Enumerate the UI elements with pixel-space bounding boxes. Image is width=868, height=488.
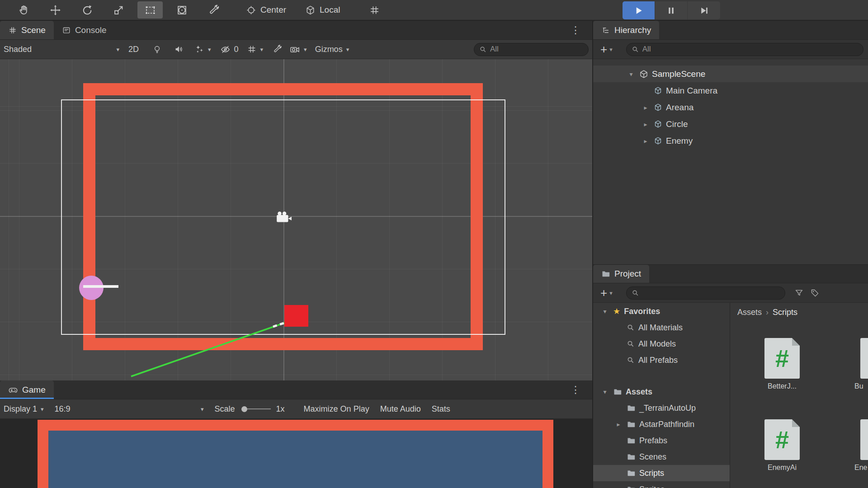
tab-hierarchy[interactable]: Hierarchy	[593, 21, 659, 39]
expand-arrow-icon[interactable]: ▸	[641, 137, 650, 145]
plus-icon: +	[600, 287, 607, 299]
move-tool-button[interactable]	[42, 1, 68, 19]
file-tile-partial-1[interactable]: # Bu	[850, 338, 868, 390]
game-panel-menu-icon[interactable]: ⋮	[568, 380, 583, 399]
breadcrumb-separator-icon: ›	[766, 308, 769, 317]
maximize-on-play-toggle[interactable]: Maximize On Play	[304, 402, 369, 416]
camera-settings-dropdown[interactable]: ▾	[289, 42, 307, 56]
rotate-tool-button[interactable]	[74, 1, 99, 19]
unity-editor-window: Center Local Scene	[0, 0, 868, 488]
favorites-label: Favorites	[624, 307, 660, 316]
hierarchy-row-areana[interactable]: ▸ Areana	[593, 99, 868, 116]
hierarchy-search-input[interactable]: All	[626, 43, 863, 56]
assets-label: Assets	[626, 387, 652, 397]
project-row-scenes[interactable]: Scenes	[593, 449, 730, 465]
breadcrumb-root[interactable]: Assets	[737, 308, 762, 317]
rect-tool-button[interactable]	[137, 1, 163, 19]
chevron-down-icon: ▾	[304, 46, 307, 53]
project-search-input[interactable]	[626, 286, 785, 300]
favorites-star-icon: ★	[613, 306, 620, 316]
chevron-down-icon: ▾	[346, 46, 349, 53]
mute-audio-toggle[interactable]: Mute Audio	[380, 402, 421, 416]
file-tile-partial-2[interactable]: # Ene	[850, 419, 868, 472]
project-row-assets-root[interactable]: ▾ Assets	[593, 384, 730, 400]
breadcrumb-current[interactable]: Scripts	[773, 308, 797, 317]
2d-toggle-button[interactable]: 2D	[128, 42, 139, 56]
project-row-sprites[interactable]: Sprites	[593, 481, 730, 488]
tab-game-label: Game	[22, 385, 46, 395]
scene-search-input[interactable]: All	[474, 43, 589, 56]
tab-scene[interactable]: Scene	[0, 21, 54, 39]
scale-slider-knob[interactable]	[241, 406, 247, 412]
expand-arrow-icon[interactable]: ▸	[641, 121, 650, 128]
component-tools-button[interactable]	[272, 42, 282, 56]
scale-slider[interactable]	[241, 406, 271, 412]
scene-view-toolbar: Shaded ▾ 2D ▾ 0 ▾	[0, 40, 592, 59]
project-row-all-models[interactable]: All Models	[593, 336, 730, 352]
step-button[interactable]	[688, 1, 720, 19]
project-create-button[interactable]: + ▾	[597, 287, 616, 299]
grid-visibility-dropdown[interactable]: ▾	[247, 42, 264, 56]
folder-icon	[627, 452, 636, 461]
file-tile-enemyai[interactable]: # EnemyAi	[754, 419, 810, 472]
aspect-ratio-dropdown[interactable]: 16:9 ▾	[55, 402, 204, 416]
tab-project[interactable]: Project	[593, 265, 649, 283]
favorites-item-label: All Prefabs	[638, 356, 678, 365]
scene-visibility-toggle[interactable]: 0	[220, 42, 239, 56]
project-row-astarpathfinding[interactable]: ▸ AstarPathfindin	[593, 416, 730, 432]
collapse-arrow-icon[interactable]: ▾	[627, 70, 636, 78]
hierarchy-create-button[interactable]: + ▾	[597, 43, 616, 55]
hierarchy-row-circle[interactable]: ▸ Circle	[593, 116, 868, 132]
hierarchy-row-scene-root[interactable]: ▾ SampleScene	[593, 66, 868, 82]
search-icon	[479, 46, 487, 53]
scale-tool-icon	[113, 4, 125, 16]
collapse-arrow-icon[interactable]: ▾	[600, 388, 609, 395]
collapse-arrow-icon[interactable]: ▾	[600, 308, 609, 315]
grid-snap-button[interactable]	[362, 1, 387, 19]
project-row-favorites[interactable]: ▾ ★ Favorites	[593, 303, 730, 319]
hand-tool-button[interactable]	[11, 1, 36, 19]
console-tab-icon	[62, 26, 71, 35]
display-dropdown[interactable]: Display 1 ▾	[4, 402, 44, 416]
tab-game[interactable]: Game	[0, 380, 54, 399]
stats-toggle[interactable]: Stats	[432, 402, 450, 416]
scene-panel-menu-icon[interactable]: ⋮	[568, 21, 583, 40]
asset-folder-label: Scripts	[639, 469, 664, 478]
project-row-all-materials[interactable]: All Materials	[593, 319, 730, 336]
csharp-script-icon: #	[764, 419, 800, 460]
scene-effects-dropdown[interactable]: ▾	[194, 42, 211, 56]
gameobject-cube-icon	[654, 86, 662, 95]
draw-mode-dropdown[interactable]: Shaded ▾	[4, 42, 119, 56]
tab-scene-label: Scene	[21, 25, 46, 35]
project-row-scripts[interactable]: Scripts	[593, 465, 730, 481]
search-by-label-button[interactable]	[810, 286, 820, 300]
scene-lighting-toggle[interactable]	[152, 42, 162, 56]
expand-arrow-icon[interactable]: ▸	[614, 421, 623, 428]
tab-console[interactable]: Console	[54, 21, 115, 39]
camera-gizmo-icon[interactable]	[275, 211, 292, 224]
project-body: ▾ ★ Favorites All Materials All Models A…	[593, 303, 868, 488]
folder-icon	[627, 469, 636, 478]
tools-icon	[272, 44, 282, 54]
gizmos-dropdown[interactable]: Gizmos ▾	[315, 42, 349, 56]
orientation-toggle-button[interactable]: Local	[299, 1, 346, 19]
search-icon	[632, 289, 639, 297]
project-row-prefabs[interactable]: Prefabs	[593, 432, 730, 449]
file-tile-betterj[interactable]: # BetterJ...	[754, 338, 810, 390]
search-by-type-button[interactable]	[794, 286, 804, 300]
scene-viewport[interactable]	[0, 59, 592, 380]
expand-arrow-icon[interactable]: ▸	[641, 104, 650, 111]
project-row-terrainautoup[interactable]: _TerrainAutoUp	[593, 400, 730, 416]
scene-audio-toggle[interactable]	[174, 42, 184, 56]
scale-slider-track	[247, 408, 271, 409]
play-button[interactable]	[623, 1, 655, 19]
pause-button[interactable]	[655, 1, 688, 19]
scale-tool-button[interactable]	[106, 1, 131, 19]
project-row-all-prefabs[interactable]: All Prefabs	[593, 352, 730, 368]
enemy-object[interactable]	[284, 305, 308, 327]
hierarchy-row-enemy[interactable]: ▸ Enemy	[593, 132, 868, 149]
custom-tools-button[interactable]	[201, 1, 226, 19]
hierarchy-row-main-camera[interactable]: Main Camera	[593, 82, 868, 99]
transform-tool-button[interactable]	[169, 1, 194, 19]
pivot-toggle-button[interactable]: Center	[240, 1, 292, 19]
